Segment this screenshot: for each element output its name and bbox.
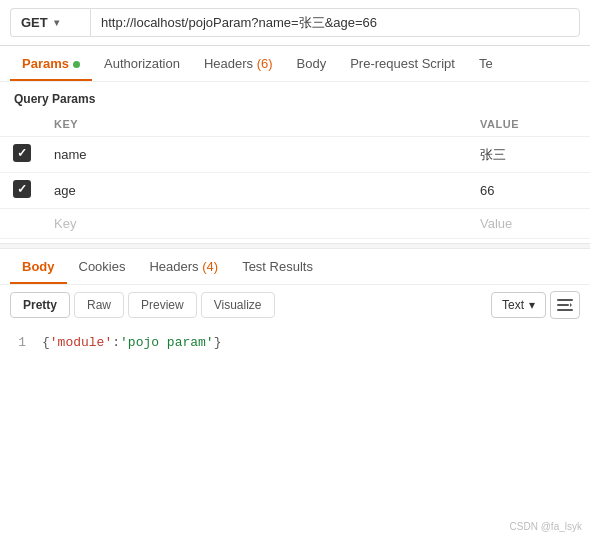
method-chevron: ▾ — [54, 17, 59, 28]
tabs-bottom: Body Cookies Headers (4) Test Results — [0, 249, 590, 285]
col-value-header: VALUE — [470, 112, 590, 137]
query-params-title: Query Params — [0, 82, 590, 112]
row1-checkbox[interactable] — [13, 144, 31, 162]
table-row: age 66 — [0, 173, 590, 209]
row2-value[interactable]: 66 — [470, 173, 590, 209]
row1-key[interactable]: name — [44, 137, 470, 173]
visualize-button[interactable]: Visualize — [201, 292, 275, 318]
query-params-section: Query Params KEY VALUE name 张三 age 66 Ke… — [0, 82, 590, 239]
response-toolbar: Pretty Raw Preview Visualize Text ▾ — [0, 285, 590, 325]
url-input[interactable] — [90, 8, 580, 37]
placeholder-key[interactable]: Key — [44, 209, 470, 239]
preview-button[interactable]: Preview — [128, 292, 197, 318]
tabs-top: Params Authorization Headers (6) Body Pr… — [0, 46, 590, 82]
params-table: KEY VALUE name 张三 age 66 Key Value — [0, 112, 590, 239]
raw-button[interactable]: Raw — [74, 292, 124, 318]
table-row: name 张三 — [0, 137, 590, 173]
row1-value[interactable]: 张三 — [470, 137, 590, 173]
line-number: 1 — [10, 333, 26, 354]
wrap-icon — [557, 298, 573, 312]
tab-body-top[interactable]: Body — [285, 46, 339, 81]
svg-rect-0 — [557, 299, 573, 301]
tab-body-bottom[interactable]: Body — [10, 249, 67, 284]
format-chevron: ▾ — [529, 298, 535, 312]
watermark: CSDN @fa_lsyk — [510, 521, 582, 532]
tab-params[interactable]: Params — [10, 46, 92, 81]
svg-rect-2 — [557, 309, 573, 311]
method-label: GET — [21, 15, 48, 30]
url-bar: GET ▾ — [0, 0, 590, 46]
row2-checkbox[interactable] — [13, 180, 31, 198]
svg-rect-1 — [557, 304, 569, 306]
code-content: {'module':'pojo param'} — [42, 333, 221, 354]
col-key-header: KEY — [44, 112, 470, 137]
tab-tests-top[interactable]: Te — [467, 46, 505, 81]
table-row-placeholder: Key Value — [0, 209, 590, 239]
tab-cookies[interactable]: Cookies — [67, 249, 138, 284]
format-label: Text — [502, 298, 524, 312]
format-select[interactable]: Text ▾ — [491, 292, 546, 318]
tab-authorization[interactable]: Authorization — [92, 46, 192, 81]
tab-test-results[interactable]: Test Results — [230, 249, 325, 284]
pretty-button[interactable]: Pretty — [10, 292, 70, 318]
tab-headers-top[interactable]: Headers (6) — [192, 46, 285, 81]
tab-headers-bottom[interactable]: Headers (4) — [137, 249, 230, 284]
wrap-button[interactable] — [550, 291, 580, 319]
code-area: 1 {'module':'pojo param'} — [0, 325, 590, 362]
col-checkbox — [0, 112, 44, 137]
method-select[interactable]: GET ▾ — [10, 8, 90, 37]
row2-key[interactable]: age — [44, 173, 470, 209]
code-line-1: 1 {'module':'pojo param'} — [10, 333, 580, 354]
placeholder-value[interactable]: Value — [470, 209, 590, 239]
tab-prerequest[interactable]: Pre-request Script — [338, 46, 467, 81]
params-dot — [73, 61, 80, 68]
